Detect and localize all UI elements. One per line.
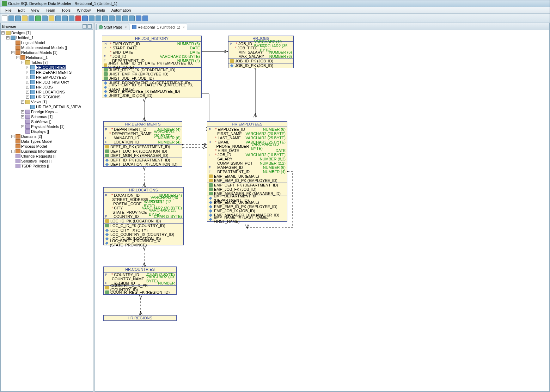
tree-locations[interactable]: +HR.LOCATIONS — [1, 90, 93, 94]
key-row: EMP_EMP_ID_PK (EMPLOYEE_ID) — [207, 204, 287, 209]
tree-rel1[interactable]: −Relational_1 — [1, 55, 93, 60]
column-row: F MANAGER_IDNUMBER (6) — [104, 136, 182, 140]
tool-back-icon[interactable] — [136, 16, 141, 21]
key-row: DEPT_MGR_FK (MANAGER_ID) — [104, 153, 182, 158]
tool-forward-icon[interactable] — [142, 16, 148, 21]
entity-countries[interactable]: HR.COUNTRIES P* COUNTRY_IDCHAR (2 BYTE) … — [103, 267, 177, 295]
column-row: PF* EMPLOYEE_IDNUMBER (6) — [102, 42, 201, 46]
pin-icon[interactable] — [82, 24, 87, 29]
menu-view[interactable]: View — [28, 7, 42, 13]
key-row: DEPT_ID_PK (DEPARTMENT_ID) — [104, 158, 182, 162]
entity-title: HR.EMPLOYEES — [207, 122, 287, 127]
tree-tsdp[interactable]: +TSDP Policies [] — [1, 164, 93, 169]
tree-changereq[interactable]: +Change Requests [] — [1, 154, 93, 159]
entity-departments[interactable]: HR.DEPARTMENTS P* DEPARTMENT_IDNUMBER (4… — [103, 121, 182, 167]
tool-delete-icon[interactable] — [75, 16, 81, 21]
tool-select-icon[interactable] — [2, 16, 7, 21]
tree-fks[interactable]: +Foreign Keys ... — [1, 109, 93, 114]
key-row: COUNTRY_C_ID_PK (COUNTRY_ID) — [104, 286, 176, 290]
menu-help[interactable]: Help — [94, 7, 108, 13]
tool-save-icon[interactable] — [55, 16, 61, 21]
column-row: COUNTRY_NAMEVARCHAR2 (40 BYTE) — [104, 277, 176, 281]
tree-domains[interactable]: +Domains [2] — [1, 134, 93, 139]
tree-countries[interactable]: +HR.COUNTRIES — [1, 65, 93, 70]
entity-regions[interactable]: HR.REGIONS — [103, 315, 177, 321]
tool-grid-icon[interactable] — [8, 16, 14, 21]
tree-subviews[interactable]: +SubViews [] — [1, 119, 93, 124]
menu-tools[interactable]: Tools — [59, 7, 73, 13]
key-row: DEPT_LOCATION_IX (LOCATION_ID) — [104, 162, 182, 166]
menu-file[interactable]: File — [2, 7, 14, 13]
tool-a-icon[interactable] — [109, 16, 115, 21]
entity-job-history[interactable]: HR.JOB_HISTORY PF* EMPLOYEE_IDNUMBER (6)… — [102, 36, 202, 98]
diagram-area: Start Page× Relational_1 (Untitled_1)× — [94, 23, 550, 392]
tree-tables[interactable]: −Tables [7] — [1, 60, 93, 65]
column-row: * DEPARTMENT_NAMEVARCHAR2 (30 BYTE) — [104, 131, 182, 136]
menu-window[interactable]: Window — [74, 7, 93, 13]
tool-c-icon[interactable] — [122, 16, 128, 21]
menubar[interactable]: File Edit View Team Tools Window Help Au… — [0, 7, 550, 14]
toolbar — [0, 14, 550, 23]
tree-multidim[interactable]: −Multidimensional Models [] — [1, 45, 93, 50]
tree-views[interactable]: −Views [1] — [1, 99, 93, 104]
tree-physical[interactable]: +Physical Models [1] — [1, 124, 93, 129]
tree-designs[interactable]: −Designs [1] — [1, 30, 93, 35]
entity-employees[interactable]: HR.EMPLOYEES P* EMPLOYEE_IDNUMBER (6) FI… — [207, 121, 287, 222]
tool-open-icon[interactable] — [49, 16, 54, 21]
tree-datatypes[interactable]: +Data Types Model — [1, 139, 93, 144]
tree-business[interactable]: +Business Information — [1, 149, 93, 154]
tree-untitled[interactable]: −Untitled_1 — [1, 35, 93, 40]
tool-fit-icon[interactable] — [102, 16, 108, 21]
tree-process[interactable]: +Process Model — [1, 144, 93, 149]
menu-automation[interactable]: Automation — [109, 7, 134, 13]
app-icon — [2, 1, 7, 6]
tree-displays[interactable]: +Displays [] — [1, 129, 93, 134]
tabs: Start Page× Relational_1 (Untitled_1)× — [95, 23, 549, 30]
column-row: F DEPARTMENT_IDNUMBER (4) — [207, 170, 287, 174]
menu-team[interactable]: Team — [43, 7, 58, 13]
key-row: JHIST_EMP_ID_ST_DATE_PK (EMPLOYEE_ID, ST… — [102, 63, 201, 67]
tool-d-icon[interactable] — [129, 16, 135, 21]
key-row: JHIST_EMP_ID_ST_DATE_PK (EMPLOYEE_ID, ST… — [102, 85, 201, 89]
browser-tree[interactable]: −Designs [1] −Untitled_1 −Logical Model … — [1, 30, 93, 391]
tree-relmodels[interactable]: −Relational Models [1] — [1, 50, 93, 55]
column-row: F* JOB_IDVARCHAR2 (10 BYTE) — [207, 153, 287, 157]
menu-edit[interactable]: Edit — [15, 7, 28, 13]
key-row: LOC_C_ID_FK (COUNTRY_ID) — [104, 223, 183, 228]
column-row: F LOCATION_IDNUMBER (4) — [104, 140, 182, 144]
tool-zoomout-icon[interactable] — [96, 16, 101, 21]
tree-regions[interactable]: +HR.REGIONS — [1, 94, 93, 99]
tool-sync-icon[interactable] — [42, 16, 48, 21]
column-row: SALARYNUMBER (8,2) — [207, 157, 287, 161]
tree-logical[interactable]: −Logical Model — [1, 40, 93, 45]
tree-jobs[interactable]: +HR.JOBS — [1, 85, 93, 90]
tree-schemas[interactable]: +Schemas [1] — [1, 114, 93, 119]
tab-startpage[interactable]: Start Page× — [96, 24, 129, 30]
tool-new-icon[interactable] — [62, 16, 68, 21]
window-title: Oracle SQL Developer Data Modeler : Rela… — [8, 1, 117, 6]
tool-folder-icon[interactable] — [22, 16, 28, 21]
tab-relational[interactable]: Relational_1 (Untitled_1)× — [130, 24, 187, 30]
tool-link-icon[interactable] — [29, 16, 34, 21]
close-icon[interactable]: × — [125, 25, 127, 29]
tree-departments[interactable]: +HR.DEPARTMENTS — [1, 70, 93, 75]
entity-jobs[interactable]: HR.JOBS P* JOB_IDVARCHAR2 (10 BYTE)* JOB… — [228, 36, 294, 68]
key-row: EMP_NAME_IX (LAST_NAME, FIRST_NAME) — [207, 217, 287, 221]
tool-zoomin-icon[interactable] — [89, 16, 94, 21]
diagram-canvas[interactable]: HR.JOB_HISTORY PF* EMPLOYEE_IDNUMBER (6)… — [95, 30, 549, 391]
tool-arrow-right-icon[interactable] — [35, 16, 41, 21]
column-row: F MANAGER_IDNUMBER (6) — [207, 165, 287, 170]
tool-object-icon[interactable] — [15, 16, 21, 21]
close-icon[interactable]: × — [183, 25, 184, 29]
tool-nav-icon[interactable] — [82, 16, 88, 21]
tree-jobhistory[interactable]: +HR.JOB_HISTORY — [1, 80, 93, 85]
tool-b-icon[interactable] — [116, 16, 121, 21]
key-row: EMP_DEPT_FK (DEPARTMENT_ID) — [207, 183, 287, 187]
tree-employees[interactable]: +HR.EMPLOYEES — [1, 75, 93, 80]
tree-sensitive[interactable]: +Sensitive Types [] — [1, 159, 93, 164]
entity-locations[interactable]: HR.LOCATIONS P* LOCATION_IDNUMBER (4) ST… — [103, 187, 184, 245]
maximize-icon[interactable] — [87, 24, 92, 29]
tool-image-icon[interactable] — [69, 16, 74, 21]
key-row: LOC_CITY_IX (CITY) — [104, 228, 183, 232]
tree-empdetails[interactable]: +HR.EMP_DETAILS_VIEW — [1, 104, 93, 109]
